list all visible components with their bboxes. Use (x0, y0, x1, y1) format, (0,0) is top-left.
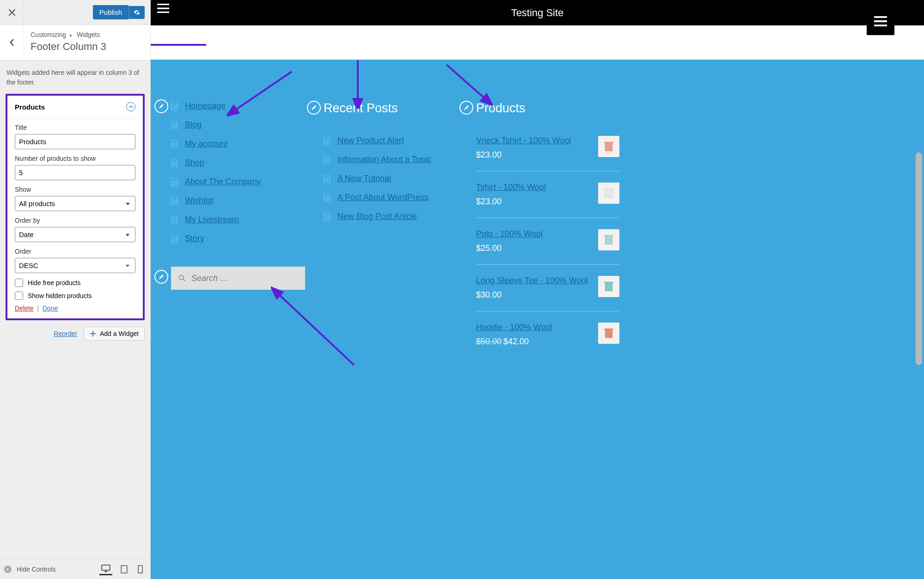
hide-free-label: Hide free products (28, 279, 80, 286)
product-link[interactable]: Tshirt - 100% Wool (476, 183, 546, 192)
field-label-title: Title (15, 124, 135, 131)
list-item: Information About a Topic (324, 155, 467, 165)
product-link[interactable]: Vneck Tshirt - 100% Wool (476, 136, 571, 146)
device-tablet[interactable] (119, 563, 129, 575)
menu-toggle-left[interactable] (157, 4, 169, 15)
product-price: $23.00 (476, 150, 571, 160)
collapse-toggle[interactable] (126, 102, 135, 111)
pencil-icon (311, 104, 317, 111)
add-widget-button[interactable]: Add a Widget (84, 327, 145, 341)
document-icon (171, 178, 178, 186)
product-thumbnail (598, 276, 619, 297)
preview-pane: Testing Site HomepageBlogMy accountShopA… (151, 0, 924, 579)
product-link[interactable]: Long Sleeve Tee - 100% Wool (476, 276, 588, 286)
widget-name: Products (15, 103, 45, 111)
list-item: Wishlist (171, 196, 314, 206)
recent-post-link[interactable]: Information About a Topic (337, 155, 431, 165)
widget-actions: Delete | Done (15, 305, 135, 312)
list-item: My account (171, 139, 314, 149)
footer-link[interactable]: Blog (185, 120, 202, 130)
list-item: My Livestream (171, 215, 314, 225)
search-input[interactable] (191, 274, 298, 283)
publish-settings-button[interactable] (129, 6, 145, 19)
breadcrumb: Customizing ▸ Widgets Footer Column 3 (0, 25, 150, 61)
widget-panel-products: Products Title Number of products to sho… (6, 94, 145, 320)
search-icon (178, 274, 186, 282)
breadcrumb-parent: Widgets (77, 31, 100, 38)
reorder-link[interactable]: Reorder (54, 330, 77, 337)
preview-scrollbar[interactable] (916, 152, 922, 365)
edit-shortcut-col3[interactable] (459, 101, 473, 115)
close-customizer-button[interactable] (0, 0, 24, 25)
field-label-show: Show (15, 186, 135, 193)
widget-body: Title Number of products to show Show Al… (7, 118, 143, 318)
footer-link[interactable]: Wishlist (185, 196, 214, 206)
gear-icon (134, 9, 140, 16)
footer-link[interactable]: My Livestream (185, 215, 239, 225)
list-item: New Blog Post Article (324, 212, 467, 221)
document-icon (324, 213, 331, 221)
list-item: Story (171, 234, 314, 244)
title-input[interactable] (15, 134, 135, 149)
widget-header[interactable]: Products (7, 96, 143, 118)
svg-point-4 (179, 275, 184, 280)
list-item: About The Company (171, 177, 314, 187)
footer-link[interactable]: Homepage (185, 101, 226, 111)
footer-link[interactable]: Shop (185, 158, 204, 168)
document-icon (171, 216, 178, 224)
hamburger-icon (157, 4, 169, 13)
edit-shortcut-search[interactable] (154, 270, 168, 284)
delete-widget-link[interactable]: Delete (15, 305, 33, 312)
widget-row-actions: Reorder Add a Widget (6, 320, 145, 341)
edit-shortcut-col2[interactable] (307, 101, 321, 115)
publish-button[interactable]: Publish (93, 5, 129, 19)
product-thumbnail (598, 183, 619, 204)
order-select[interactable]: DESC (15, 258, 135, 273)
section-title: Footer Column 3 (31, 41, 106, 53)
show-select[interactable]: All products (15, 196, 135, 211)
hide-free-checkbox[interactable] (15, 279, 23, 287)
tablet-icon (121, 565, 128, 573)
list-item: A Post About WordPress (324, 193, 467, 202)
menu-toggle-right[interactable] (867, 7, 894, 35)
plus-icon (90, 330, 96, 337)
back-button[interactable] (0, 25, 24, 60)
device-switcher (99, 563, 145, 575)
orderby-select[interactable]: Date (15, 227, 135, 242)
close-icon (8, 9, 16, 16)
pencil-icon (158, 103, 165, 110)
recent-post-link[interactable]: A New Tutorial (337, 174, 391, 183)
footer-column-3: Products Vneck Tshirt - 100% Wool $23.00… (476, 101, 629, 551)
product-thumbnail (598, 229, 619, 250)
footer-link[interactable]: Story (185, 234, 204, 244)
product-link[interactable]: Hoodie - 100% Wool (476, 323, 552, 332)
product-item: Tshirt - 100% Wool $23.00 (476, 171, 619, 218)
site-banner-area (151, 25, 924, 60)
document-icon (171, 159, 178, 167)
document-icon (324, 156, 331, 164)
recent-post-link[interactable]: New Product Alert (337, 136, 404, 146)
device-desktop[interactable] (99, 563, 112, 575)
customizer-topbar: Publish (0, 0, 150, 25)
done-widget-link[interactable]: Done (43, 305, 58, 312)
footer-link[interactable]: My account (185, 139, 227, 149)
svg-point-0 (4, 565, 12, 573)
breadcrumb-root: Customizing (31, 31, 66, 38)
chevron-left-icon (9, 39, 15, 46)
customizer-sidebar: Publish Customizing ▸ Widgets Footer Col… (0, 0, 151, 579)
add-widget-label: Add a Widget (100, 330, 139, 337)
num-products-input[interactable] (15, 165, 135, 180)
publish-group: Publish (93, 5, 145, 19)
svg-rect-3 (138, 565, 142, 573)
list-item: Homepage (171, 101, 314, 111)
recent-post-link[interactable]: New Blog Post Article (337, 212, 417, 221)
hide-controls-button[interactable]: Hide Controls (4, 565, 56, 573)
product-link[interactable]: Polo - 100% Wool (476, 229, 543, 239)
footer-link[interactable]: About The Company (185, 177, 261, 187)
show-hidden-checkbox[interactable] (15, 292, 23, 300)
edit-shortcut-col1[interactable] (154, 99, 168, 113)
recent-post-link[interactable]: A Post About WordPress (337, 193, 428, 202)
list-item: Shop (171, 158, 314, 168)
device-mobile[interactable] (136, 563, 145, 575)
document-icon (171, 140, 178, 148)
